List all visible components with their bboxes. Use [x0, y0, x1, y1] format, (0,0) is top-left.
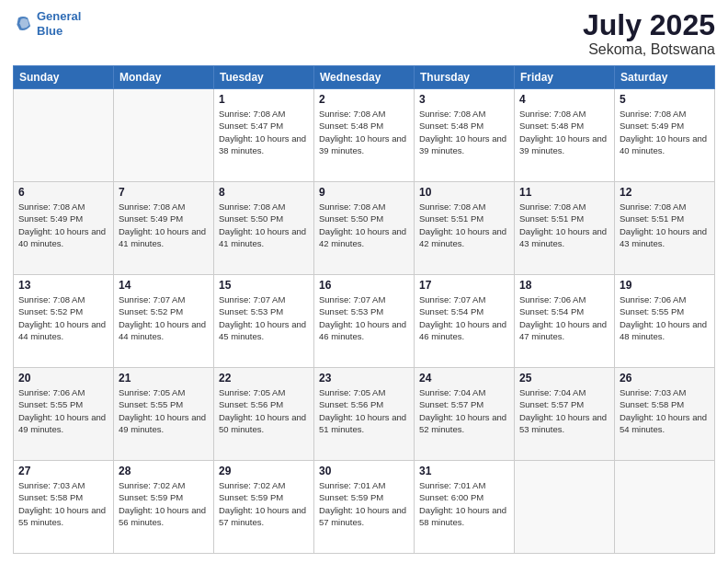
sunset-label: Sunset: 5:49 PM: [18, 213, 83, 224]
day-number: 28: [119, 465, 209, 477]
sunrise-label: Sunrise: 7:08 AM: [119, 201, 185, 212]
day-number: 20: [18, 372, 108, 385]
daylight-label: Daylight: 10 hours and 39 minutes.: [519, 133, 607, 155]
sunset-label: Sunset: 5:48 PM: [419, 121, 483, 131]
daylight-label: Daylight: 10 hours and 42 minutes.: [319, 226, 406, 248]
sunrise-label: Sunrise: 7:02 AM: [219, 480, 285, 490]
day-number: 2: [319, 93, 409, 106]
day-number: 7: [119, 186, 209, 199]
day-number: 6: [18, 186, 108, 199]
sunset-label: Sunset: 5:58 PM: [18, 492, 83, 502]
day-info: Sunrise: 7:08 AMSunset: 5:51 PMDaylight:…: [519, 201, 609, 249]
calendar-cell: 11Sunrise: 7:08 AMSunset: 5:51 PMDayligh…: [515, 182, 615, 275]
sunrise-label: Sunrise: 7:07 AM: [319, 294, 385, 304]
daylight-label: Daylight: 10 hours and 51 minutes.: [319, 412, 406, 434]
page: General Blue July 2025 Sekoma, Botswana …: [0, 0, 728, 563]
day-info: Sunrise: 7:08 AMSunset: 5:48 PMDaylight:…: [319, 108, 409, 156]
calendar-cell: 30Sunrise: 7:01 AMSunset: 5:59 PMDayligh…: [314, 461, 415, 554]
sunrise-label: Sunrise: 7:07 AM: [119, 294, 185, 304]
calendar-cell: 15Sunrise: 7:07 AMSunset: 5:53 PMDayligh…: [214, 275, 314, 368]
sunset-label: Sunset: 5:49 PM: [119, 213, 183, 224]
calendar-cell: 25Sunrise: 7:04 AMSunset: 5:57 PMDayligh…: [515, 368, 615, 461]
sunset-label: Sunset: 6:00 PM: [419, 492, 483, 502]
sunrise-label: Sunrise: 7:07 AM: [219, 294, 285, 304]
calendar-cell: 24Sunrise: 7:04 AMSunset: 5:57 PMDayligh…: [415, 368, 515, 461]
sunset-label: Sunset: 5:55 PM: [119, 399, 183, 409]
day-info: Sunrise: 7:08 AMSunset: 5:49 PMDaylight:…: [620, 108, 710, 156]
calendar-cell: 18Sunrise: 7:06 AMSunset: 5:54 PMDayligh…: [515, 275, 615, 368]
sunrise-label: Sunrise: 7:08 AM: [419, 201, 485, 212]
calendar-cell: 20Sunrise: 7:06 AMSunset: 5:55 PMDayligh…: [14, 368, 114, 461]
day-info: Sunrise: 7:07 AMSunset: 5:53 PMDaylight:…: [319, 293, 409, 342]
calendar-week-row: 1Sunrise: 7:08 AMSunset: 5:47 PMDaylight…: [14, 89, 715, 182]
day-info: Sunrise: 7:07 AMSunset: 5:53 PMDaylight:…: [219, 293, 309, 342]
calendar-cell: 6Sunrise: 7:08 AMSunset: 5:49 PMDaylight…: [14, 182, 114, 275]
sunrise-label: Sunrise: 7:07 AM: [419, 294, 485, 304]
calendar-cell: 10Sunrise: 7:08 AMSunset: 5:51 PMDayligh…: [415, 182, 515, 275]
sunrise-label: Sunrise: 7:02 AM: [119, 480, 185, 490]
calendar-cell: 9Sunrise: 7:08 AMSunset: 5:50 PMDaylight…: [314, 182, 415, 275]
day-info: Sunrise: 7:08 AMSunset: 5:50 PMDaylight:…: [319, 201, 409, 249]
day-info: Sunrise: 7:08 AMSunset: 5:48 PMDaylight:…: [419, 108, 509, 156]
day-number: 11: [519, 186, 609, 199]
sunset-label: Sunset: 5:51 PM: [419, 213, 483, 224]
day-number: 17: [419, 279, 509, 292]
sunset-label: Sunset: 5:50 PM: [219, 213, 283, 224]
day-number: 31: [419, 465, 509, 477]
calendar-cell: 2Sunrise: 7:08 AMSunset: 5:48 PMDaylight…: [314, 89, 415, 182]
sunset-label: Sunset: 5:48 PM: [519, 121, 584, 131]
calendar-cell: [14, 89, 114, 182]
sunset-label: Sunset: 5:51 PM: [620, 213, 684, 224]
sunset-label: Sunset: 5:54 PM: [419, 306, 483, 316]
daylight-label: Daylight: 10 hours and 40 minutes.: [620, 133, 707, 155]
sunrise-label: Sunrise: 7:08 AM: [620, 109, 686, 119]
sunrise-label: Sunrise: 7:04 AM: [419, 387, 485, 397]
daylight-label: Daylight: 10 hours and 56 minutes.: [119, 505, 206, 527]
day-number: 29: [219, 465, 309, 477]
day-number: 15: [219, 279, 309, 292]
day-number: 14: [119, 279, 209, 292]
calendar-week-row: 13Sunrise: 7:08 AMSunset: 5:52 PMDayligh…: [14, 275, 715, 368]
col-sunday: Sunday: [14, 66, 114, 89]
calendar-cell: 29Sunrise: 7:02 AMSunset: 5:59 PMDayligh…: [214, 461, 314, 554]
daylight-label: Daylight: 10 hours and 50 minutes.: [219, 412, 306, 434]
sunrise-label: Sunrise: 7:01 AM: [319, 480, 385, 490]
logo-icon: [13, 14, 33, 34]
day-info: Sunrise: 7:05 AMSunset: 5:55 PMDaylight:…: [119, 386, 209, 435]
calendar-subtitle: Sekoma, Botswana: [583, 41, 715, 58]
calendar-cell: 19Sunrise: 7:06 AMSunset: 5:55 PMDayligh…: [615, 275, 715, 368]
daylight-label: Daylight: 10 hours and 57 minutes.: [219, 505, 306, 527]
logo-text: General Blue: [37, 9, 81, 38]
sunset-label: Sunset: 5:55 PM: [620, 306, 684, 316]
day-number: 4: [519, 93, 609, 106]
calendar-cell: [615, 461, 715, 554]
sunset-label: Sunset: 5:56 PM: [319, 399, 383, 409]
calendar-cell: 26Sunrise: 7:03 AMSunset: 5:58 PMDayligh…: [615, 368, 715, 461]
sunrise-label: Sunrise: 7:01 AM: [419, 480, 485, 490]
calendar-cell: 21Sunrise: 7:05 AMSunset: 5:55 PMDayligh…: [114, 368, 214, 461]
sunrise-label: Sunrise: 7:06 AM: [519, 294, 586, 304]
sunrise-label: Sunrise: 7:06 AM: [620, 294, 686, 304]
daylight-label: Daylight: 10 hours and 41 minutes.: [219, 226, 306, 248]
calendar-cell: 12Sunrise: 7:08 AMSunset: 5:51 PMDayligh…: [615, 182, 715, 275]
sunrise-label: Sunrise: 7:06 AM: [18, 387, 85, 397]
day-info: Sunrise: 7:01 AMSunset: 5:59 PMDaylight:…: [319, 479, 409, 528]
sunrise-label: Sunrise: 7:05 AM: [119, 387, 185, 397]
day-info: Sunrise: 7:08 AMSunset: 5:52 PMDaylight:…: [18, 293, 108, 342]
day-number: 19: [620, 279, 710, 292]
logo-line2: Blue: [37, 24, 63, 38]
day-info: Sunrise: 7:08 AMSunset: 5:48 PMDaylight:…: [519, 108, 609, 156]
sunset-label: Sunset: 5:53 PM: [219, 306, 283, 316]
day-number: 10: [419, 186, 509, 199]
calendar-header-row: Sunday Monday Tuesday Wednesday Thursday…: [14, 66, 715, 89]
day-number: 23: [319, 372, 409, 385]
sunset-label: Sunset: 5:50 PM: [319, 213, 383, 224]
daylight-label: Daylight: 10 hours and 42 minutes.: [419, 226, 506, 248]
daylight-label: Daylight: 10 hours and 39 minutes.: [419, 133, 506, 155]
calendar-cell: 27Sunrise: 7:03 AMSunset: 5:58 PMDayligh…: [14, 461, 114, 554]
calendar-cell: 28Sunrise: 7:02 AMSunset: 5:59 PMDayligh…: [114, 461, 214, 554]
daylight-label: Daylight: 10 hours and 49 minutes.: [119, 412, 206, 434]
daylight-label: Daylight: 10 hours and 53 minutes.: [519, 412, 607, 434]
sunrise-label: Sunrise: 7:08 AM: [419, 109, 485, 119]
day-info: Sunrise: 7:05 AMSunset: 5:56 PMDaylight:…: [219, 386, 309, 435]
